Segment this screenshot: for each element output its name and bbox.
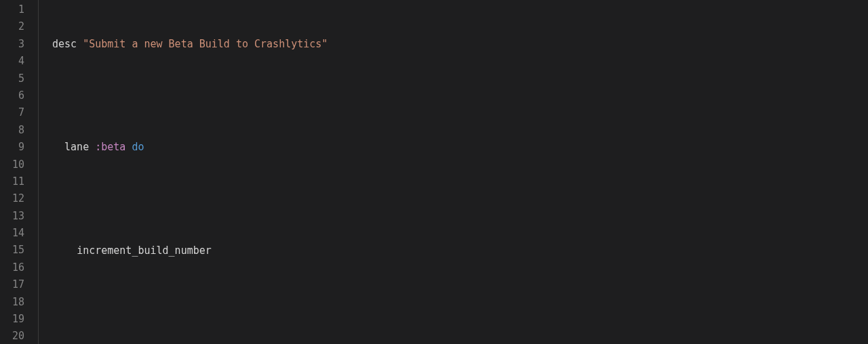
line-number: 20 bbox=[0, 328, 24, 344]
line-number: 5 bbox=[0, 70, 24, 87]
keyword-lane: lane bbox=[64, 141, 89, 153]
code-line: lane :beta do bbox=[52, 139, 769, 156]
line-number: 19 bbox=[0, 311, 24, 328]
line-number: 3 bbox=[0, 36, 24, 53]
line-number: 15 bbox=[0, 242, 24, 259]
code-editor: 1 2 3 4 5 6 7 8 9 10 11 12 13 14 15 16 1… bbox=[0, 0, 868, 344]
code-area[interactable]: desc "Submit a new Beta Build to Crashly… bbox=[39, 0, 769, 344]
line-number: 7 bbox=[0, 104, 24, 121]
line-number: 17 bbox=[0, 276, 24, 293]
line-number: 1 bbox=[0, 1, 24, 18]
line-number: 18 bbox=[0, 294, 24, 311]
code-line: increment_build_number bbox=[52, 242, 769, 259]
line-number: 9 bbox=[0, 139, 24, 156]
line-number: 11 bbox=[0, 173, 24, 190]
keyword-do: do bbox=[132, 141, 144, 153]
line-number: 16 bbox=[0, 259, 24, 276]
line-number: 14 bbox=[0, 225, 24, 242]
line-number: 4 bbox=[0, 53, 24, 70]
code-line bbox=[52, 294, 769, 311]
line-number: 6 bbox=[0, 87, 24, 104]
function-call: increment_build_number bbox=[77, 244, 212, 257]
string-literal: "Submit a new Beta Build to Crashlytics" bbox=[83, 38, 328, 50]
symbol: :beta bbox=[95, 141, 125, 153]
line-number: 10 bbox=[0, 156, 24, 173]
code-line: desc "Submit a new Beta Build to Crashly… bbox=[52, 36, 769, 53]
line-number: 12 bbox=[0, 190, 24, 207]
line-number: 13 bbox=[0, 208, 24, 225]
line-number-gutter: 1 2 3 4 5 6 7 8 9 10 11 12 13 14 15 16 1… bbox=[0, 0, 39, 344]
code-line bbox=[52, 87, 769, 104]
line-number: 2 bbox=[0, 18, 24, 35]
keyword-desc: desc bbox=[52, 38, 77, 50]
line-number: 8 bbox=[0, 122, 24, 139]
code-line bbox=[52, 190, 769, 207]
